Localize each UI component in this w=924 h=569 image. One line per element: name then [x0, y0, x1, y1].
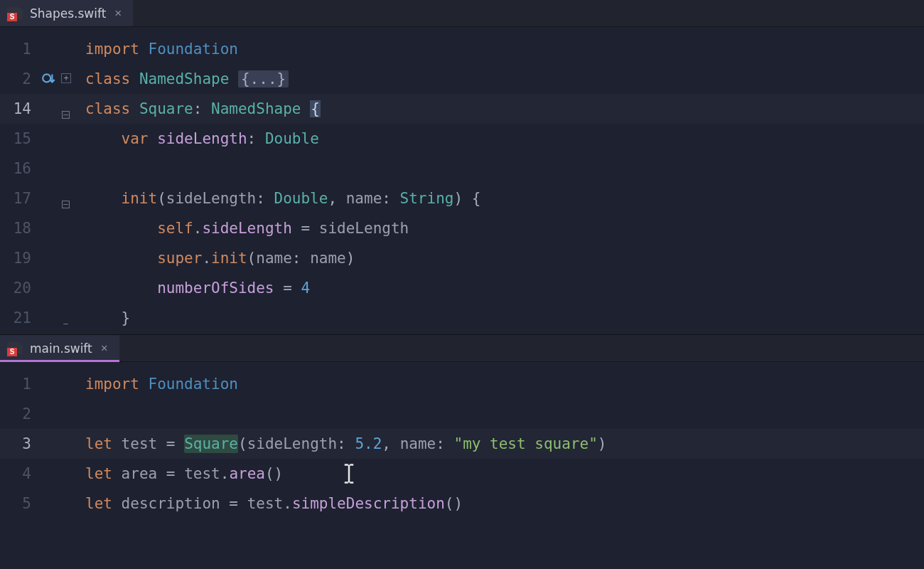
- keyword: class: [85, 70, 130, 87]
- line-number: 5: [0, 489, 38, 519]
- code-line[interactable]: class Square: NamedShape {: [71, 94, 924, 124]
- operator: =: [166, 435, 176, 452]
- type-name: NamedShape: [139, 70, 229, 87]
- tab-shapes-swift[interactable]: Shapes.swift ×: [0, 0, 133, 26]
- keyword: class: [85, 100, 130, 117]
- code-line[interactable]: var sideLength: Double: [71, 124, 924, 154]
- type-name: Square: [139, 100, 193, 117]
- tab-filename: Shapes.swift: [30, 6, 106, 21]
- line-number: 20: [0, 273, 38, 303]
- close-tab-icon[interactable]: ×: [100, 341, 109, 356]
- line-number-gutter: 1 2 3 4 5: [0, 362, 38, 569]
- code-line[interactable]: [71, 399, 924, 429]
- operator: =: [166, 465, 176, 482]
- fold-collapse-icon[interactable]: [62, 105, 70, 113]
- line-number: 1: [0, 34, 38, 64]
- code-line[interactable]: class NamedShape {...}: [71, 64, 924, 94]
- type-name: Double: [274, 190, 328, 207]
- param-label: name: [256, 250, 292, 267]
- param-label: sideLength: [166, 190, 256, 207]
- line-number: 2: [0, 399, 38, 429]
- svg-point-0: [43, 74, 50, 82]
- brace: {: [472, 190, 481, 207]
- punctuation: ): [453, 190, 471, 207]
- line-number: 4: [0, 459, 38, 489]
- brace: {: [310, 100, 321, 117]
- line-number: 18: [0, 213, 38, 243]
- keyword: self: [157, 220, 193, 237]
- type-name: String: [400, 190, 454, 207]
- keyword: var: [122, 130, 149, 147]
- identifier: sideLength: [319, 220, 409, 237]
- line-number: 21: [0, 303, 38, 333]
- fold-expand-icon[interactable]: +: [61, 73, 71, 83]
- fold-gutter: [38, 362, 71, 569]
- number-literal: 4: [301, 280, 311, 297]
- identifier: name: [310, 250, 346, 267]
- code-line[interactable]: super.init(name: name): [71, 243, 924, 273]
- code-area-top[interactable]: import Foundation class NamedShape {...}…: [71, 27, 924, 334]
- code-editor-top[interactable]: 1 2 14 15 16 17 18 19 20 21 +: [0, 27, 924, 334]
- keyword: let: [85, 435, 112, 452]
- swift-file-icon: [7, 7, 23, 20]
- keyword: import: [85, 41, 139, 58]
- identifier: description: [122, 495, 220, 512]
- code-line[interactable]: init(sideLength: Double, name: String) {: [71, 184, 924, 213]
- code-editor-bottom[interactable]: 1 2 3 4 5 import Foundation let test = S…: [0, 362, 924, 569]
- string-literal: "my test square": [454, 435, 598, 452]
- punctuation: :: [247, 130, 257, 147]
- code-area-bottom[interactable]: import Foundation let test = Square(side…: [71, 362, 924, 569]
- fold-collapse-icon[interactable]: [62, 195, 70, 203]
- type-name: Square: [184, 435, 238, 453]
- code-line[interactable]: numberOfSides = 4: [71, 273, 924, 303]
- code-line[interactable]: let test = Square(sideLength: 5.2, name:…: [71, 429, 924, 459]
- code-line[interactable]: let description = test.simpleDescription…: [71, 489, 924, 519]
- code-line[interactable]: import Foundation: [71, 34, 924, 64]
- line-number: 14: [0, 94, 38, 124]
- property: numberOfSides: [157, 280, 274, 297]
- code-line[interactable]: import Foundation: [71, 369, 924, 399]
- tab-filename: main.swift: [30, 341, 92, 356]
- line-number: 1: [0, 369, 38, 399]
- swift-file-icon: [7, 342, 23, 355]
- line-number: 19: [0, 243, 38, 273]
- punctuation: ,: [328, 190, 345, 207]
- method-call: simpleDescription: [292, 495, 445, 512]
- tab-main-swift[interactable]: main.swift ×: [0, 335, 119, 361]
- code-line[interactable]: self.sideLength = sideLength: [71, 213, 924, 243]
- identifier: Foundation: [149, 41, 238, 58]
- code-line[interactable]: }: [71, 303, 924, 333]
- identifier: test: [122, 435, 158, 452]
- keyword: init: [122, 190, 158, 207]
- method-call: area: [229, 465, 265, 482]
- override-down-icon[interactable]: [41, 71, 57, 87]
- type-name: NamedShape: [211, 100, 301, 117]
- line-number: 15: [0, 124, 38, 154]
- tab-bar-top: Shapes.swift ×: [0, 0, 924, 27]
- line-number: 3: [0, 429, 38, 459]
- punctuation: :: [193, 100, 203, 117]
- operator: =: [301, 220, 310, 237]
- folded-region[interactable]: {...}: [238, 70, 289, 87]
- editor-pane-top: Shapes.swift × 1 2 14 15 16 17 18 19 20 …: [0, 0, 924, 334]
- identifier: test: [247, 495, 284, 512]
- line-number: 2: [0, 64, 38, 94]
- tab-bar-bottom: main.swift ×: [0, 335, 924, 362]
- identifier: area: [122, 465, 158, 482]
- keyword: let: [85, 465, 112, 482]
- identifier: Foundation: [149, 376, 238, 393]
- fold-collapse-icon[interactable]: [62, 314, 70, 322]
- param-label: name: [346, 190, 382, 207]
- type-name: Double: [265, 130, 319, 147]
- code-line[interactable]: [71, 154, 924, 184]
- param-label: sideLength: [247, 435, 337, 452]
- identifier: test: [184, 465, 220, 482]
- fold-gutter: +: [38, 27, 71, 334]
- keyword: init: [211, 250, 247, 267]
- property: sideLength: [202, 220, 291, 237]
- code-line[interactable]: let area = test.area(): [71, 459, 924, 489]
- punctuation: (: [157, 190, 166, 207]
- close-tab-icon[interactable]: ×: [113, 6, 123, 21]
- keyword: super: [157, 250, 202, 267]
- line-number: 17: [0, 184, 38, 213]
